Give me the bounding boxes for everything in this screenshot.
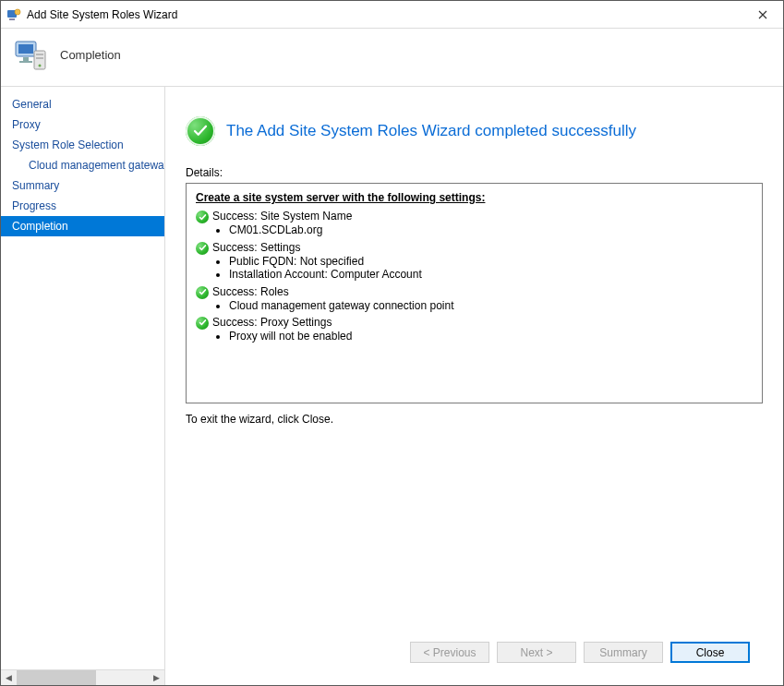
next-button[interactable]: Next > <box>497 642 576 663</box>
app-icon <box>6 7 21 22</box>
close-window-button[interactable] <box>742 1 783 28</box>
window-controls <box>742 1 783 28</box>
status-title: Success: Settings <box>212 241 300 254</box>
nav-item[interactable]: Completion <box>1 216 164 236</box>
status-details: Public FQDN: Not specifiedInstallation A… <box>229 255 753 282</box>
nav-item[interactable]: System Role Selection <box>1 135 164 155</box>
scroll-left-icon[interactable]: ◀ <box>1 670 17 686</box>
status-row: Success: Settings <box>196 241 753 255</box>
wizard-footer: < Previous Next > Summary Close <box>186 629 763 676</box>
status-detail-item: Installation Account: Computer Account <box>229 268 753 281</box>
nav-item[interactable]: Progress <box>1 196 164 216</box>
nav-item[interactable]: General <box>1 94 164 114</box>
status-title: Success: Roles <box>212 285 289 298</box>
svg-rect-8 <box>36 54 43 55</box>
success-check-icon <box>196 286 209 299</box>
status-details: CM01.SCDLab.org <box>229 223 753 236</box>
svg-rect-5 <box>23 57 29 61</box>
wizard-body: GeneralProxySystem Role SelectionCloud m… <box>1 87 783 685</box>
success-heading: The Add Site System Roles Wizard complet… <box>226 122 636 140</box>
success-check-icon <box>186 116 215 146</box>
status-details: Proxy will not be enabled <box>229 330 753 343</box>
status-title: Success: Site System Name <box>212 210 352 223</box>
svg-rect-1 <box>9 18 15 20</box>
svg-point-10 <box>39 65 42 67</box>
status-row: Success: Roles <box>196 285 753 299</box>
scroll-right-icon[interactable]: ▶ <box>149 670 164 686</box>
wizard-window: Add Site System Roles Wizard Completion <box>0 0 784 686</box>
nav-item[interactable]: Summary <box>1 175 164 196</box>
wizard-nav: GeneralProxySystem Role SelectionCloud m… <box>1 87 164 669</box>
success-banner: The Add Site System Roles Wizard complet… <box>186 116 763 146</box>
stage-title: Completion <box>60 48 121 62</box>
wizard-content: The Add Site System Roles Wizard complet… <box>165 87 783 685</box>
svg-rect-9 <box>36 57 43 59</box>
sidebar-horizontal-scrollbar[interactable]: ◀ ▶ <box>1 669 164 685</box>
nav-item[interactable]: Cloud management gateway connection poin… <box>1 155 164 175</box>
status-row: Success: Site System Name <box>196 210 753 223</box>
scrollbar-thumb[interactable] <box>17 670 96 685</box>
nav-item[interactable]: Proxy <box>1 114 164 135</box>
scrollbar-track[interactable] <box>17 670 149 685</box>
status-detail-item: Public FQDN: Not specified <box>229 255 753 268</box>
success-check-icon <box>196 242 209 255</box>
details-box[interactable]: Create a site system server with the fol… <box>186 183 763 403</box>
server-icon <box>12 36 49 73</box>
details-heading: Create a site system server with the fol… <box>196 191 753 204</box>
summary-button[interactable]: Summary <box>584 642 663 663</box>
close-button[interactable]: Close <box>670 642 750 663</box>
exit-hint: To exit the wizard, click Close. <box>186 413 763 426</box>
status-details: Cloud management gateway connection poin… <box>229 299 753 312</box>
details-label: Details: <box>186 166 763 179</box>
svg-rect-6 <box>19 61 32 63</box>
svg-point-2 <box>15 9 20 15</box>
status-title: Success: Proxy Settings <box>212 316 332 329</box>
status-detail-item: Cloud management gateway connection poin… <box>229 299 753 312</box>
status-detail-item: Proxy will not be enabled <box>229 330 753 343</box>
window-title: Add Site System Roles Wizard <box>27 8 742 21</box>
previous-button[interactable]: < Previous <box>410 642 489 663</box>
wizard-header: Completion <box>1 29 783 86</box>
success-check-icon <box>196 211 209 223</box>
svg-rect-4 <box>18 44 33 54</box>
status-detail-item: CM01.SCDLab.org <box>229 223 753 236</box>
success-check-icon <box>196 317 209 330</box>
title-bar: Add Site System Roles Wizard <box>1 1 783 29</box>
status-row: Success: Proxy Settings <box>196 316 753 330</box>
wizard-sidebar: GeneralProxySystem Role SelectionCloud m… <box>1 87 165 685</box>
